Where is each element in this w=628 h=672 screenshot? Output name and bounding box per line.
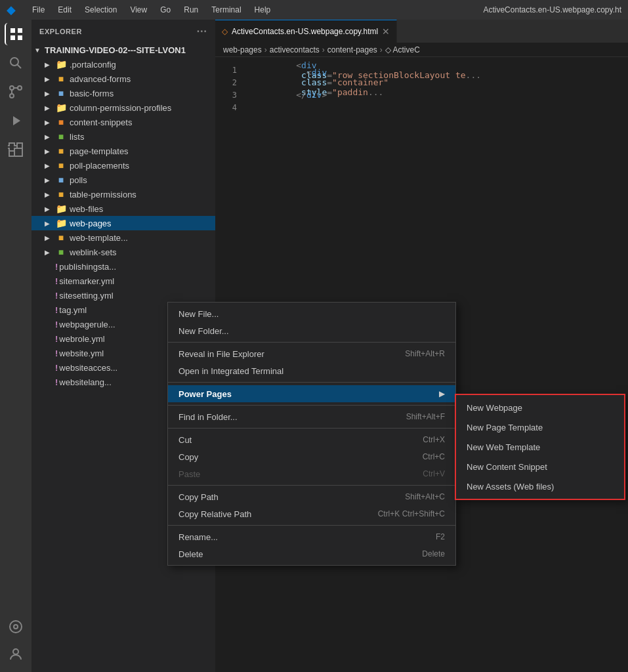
context-menu-copy-relative-path[interactable]: Copy Relative Path Ctrl+K Ctrl+Shift+C	[168, 505, 455, 522]
submenu-label: New Content Snippet	[467, 462, 547, 472]
context-menu-find[interactable]: Find in Folder... Shift+Alt+F	[168, 408, 455, 425]
submenu-label: New Web Template	[467, 442, 540, 452]
submenu-new-content-snippet[interactable]: New Content Snippet	[456, 457, 624, 476]
divider	[168, 428, 455, 429]
submenu-label: New Webpage	[467, 403, 522, 413]
divider	[168, 342, 455, 343]
context-menu-delete[interactable]: Delete Delete	[168, 545, 455, 562]
divider	[168, 382, 455, 383]
context-menu-overlay[interactable]: New File... New Folder... Reveal in File…	[0, 0, 628, 672]
submenu-new-web-template[interactable]: New Web Template	[456, 437, 624, 457]
context-menu-copy-path[interactable]: Copy Path Shift+Alt+C	[168, 488, 455, 505]
context-menu-terminal[interactable]: Open in Integrated Terminal	[168, 362, 455, 379]
submenu-new-page-template[interactable]: New Page Template	[456, 417, 624, 437]
context-menu: New File... New Folder... Reveal in File…	[167, 302, 456, 566]
context-menu-cut[interactable]: Cut Ctrl+X	[168, 431, 455, 448]
submenu-new-webpage[interactable]: New Webpage	[456, 398, 624, 417]
context-menu-new-folder[interactable]: New Folder...	[168, 322, 455, 339]
divider	[168, 485, 455, 486]
context-menu-new-file[interactable]: New File...	[168, 305, 455, 322]
power-pages-submenu: New Webpage New Page Template New Web Te…	[455, 394, 625, 500]
power-pages-label: Power Pages	[178, 389, 232, 399]
context-menu-power-pages[interactable]: Power Pages ▶	[168, 385, 455, 402]
divider	[168, 525, 455, 526]
context-menu-paste: Paste Ctrl+V	[168, 465, 455, 482]
submenu-label: New Assets (Web files)	[467, 482, 554, 492]
context-menu-reveal[interactable]: Reveal in File Explorer Shift+Alt+R	[168, 345, 455, 362]
submenu-new-assets[interactable]: New Assets (Web files)	[456, 476, 624, 496]
context-menu-copy[interactable]: Copy Ctrl+C	[168, 448, 455, 465]
submenu-arrow-icon: ▶	[439, 389, 445, 398]
submenu-label: New Page Template	[467, 423, 543, 432]
divider	[168, 405, 455, 406]
context-menu-rename[interactable]: Rename... F2	[168, 528, 455, 545]
